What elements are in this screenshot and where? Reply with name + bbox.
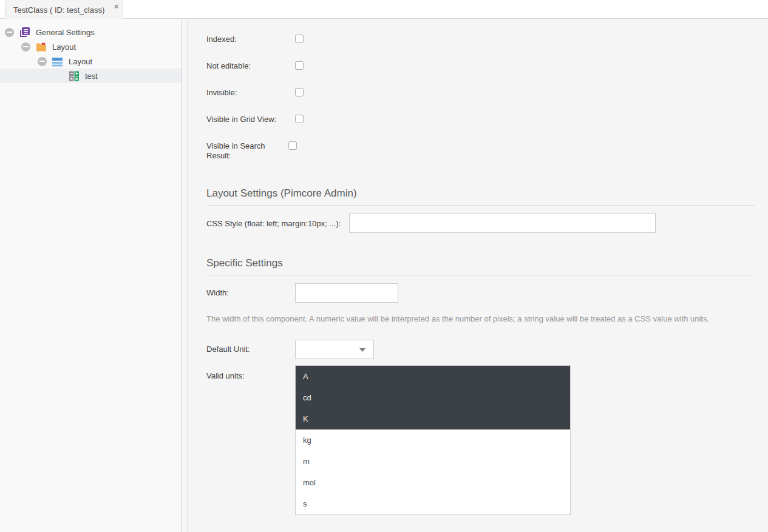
- visible-grid-checkbox[interactable]: [295, 115, 304, 123]
- valid-units-row: Valid units: A cd K kg m mol s: [206, 365, 755, 515]
- default-unit-select[interactable]: [295, 340, 374, 359]
- folder-icon: [36, 42, 47, 52]
- specific-settings-title: Specific Settings: [206, 257, 755, 269]
- tree-item-label: General Settings: [36, 28, 95, 37]
- unit-option-kg[interactable]: kg: [296, 429, 570, 451]
- css-style-input[interactable]: [349, 214, 656, 233]
- panel-splitter[interactable]: [182, 19, 188, 532]
- default-unit-label: Default Unit:: [206, 345, 295, 354]
- section-divider: [206, 275, 755, 275]
- invisible-row: Invisible:: [206, 88, 755, 98]
- not-editable-checkbox[interactable]: [295, 61, 304, 70]
- width-help-text: The width of this component. A numeric v…: [206, 314, 755, 323]
- tree-item-test[interactable]: test: [0, 69, 182, 83]
- layout-settings-title: Layout Settings (Pimcore Admin): [206, 187, 755, 200]
- visible-search-checkbox[interactable]: [288, 141, 297, 150]
- collapse-icon[interactable]: [5, 28, 14, 37]
- tree-item-layout-folder[interactable]: Layout: [0, 39, 182, 54]
- valid-units-list: A cd K kg m mol s: [295, 365, 571, 515]
- tab-close-icon[interactable]: ×: [114, 3, 119, 10]
- visible-search-label: Visible in Search Result:: [206, 141, 288, 161]
- chevron-down-icon: [359, 348, 365, 352]
- tree-item-label: Layout: [69, 57, 92, 66]
- class-icon: [19, 27, 30, 38]
- unit-option-m[interactable]: m: [296, 451, 570, 472]
- valid-units-label: Valid units:: [206, 365, 295, 381]
- invisible-label: Invisible:: [206, 88, 295, 98]
- not-editable-row: Not editable:: [206, 61, 755, 71]
- invisible-checkbox[interactable]: [295, 88, 304, 96]
- tree-item-label: Layout: [52, 42, 76, 52]
- width-row: Width:: [206, 283, 755, 303]
- field-settings-panel: Indexed: Not editable: Invisible: Visibl…: [188, 19, 768, 532]
- section-divider: [206, 205, 755, 206]
- unit-option-s[interactable]: s: [296, 493, 570, 514]
- layout-icon: [52, 56, 63, 67]
- class-structure-tree: General Settings Layout Layout: [0, 19, 182, 532]
- css-style-label: CSS Style (float: left; margin:10px; ...…: [206, 219, 349, 228]
- unit-option-k[interactable]: K: [296, 408, 570, 429]
- tab-testclass[interactable]: TestClass ( ID: test_class) ×: [5, 1, 123, 19]
- tab-bar: TestClass ( ID: test_class) ×: [0, 0, 768, 19]
- unit-option-mol[interactable]: mol: [296, 472, 570, 493]
- tree-item-layout[interactable]: Layout: [0, 54, 182, 69]
- width-input[interactable]: [295, 283, 398, 303]
- indexed-label: Indexed:: [206, 35, 295, 44]
- tree-item-label: test: [85, 72, 98, 81]
- not-editable-label: Not editable:: [206, 61, 295, 71]
- tree-item-general-settings[interactable]: General Settings: [0, 25, 182, 39]
- unit-option-a[interactable]: A: [296, 366, 570, 387]
- collapse-icon[interactable]: [38, 57, 47, 66]
- indexed-row: Indexed:: [206, 35, 755, 44]
- collapse-icon[interactable]: [21, 42, 30, 52]
- default-unit-row: Default Unit:: [206, 340, 755, 359]
- indexed-checkbox[interactable]: [295, 35, 304, 43]
- tab-title: TestClass ( ID: test_class): [13, 5, 104, 15]
- calculator-icon: [69, 71, 80, 81]
- visible-search-row: Visible in Search Result:: [206, 141, 755, 161]
- visible-grid-row: Visible in Grid View:: [206, 115, 755, 124]
- visible-grid-label: Visible in Grid View:: [206, 115, 295, 124]
- css-style-row: CSS Style (float: left; margin:10px; ...…: [206, 214, 755, 233]
- width-label: Width:: [206, 288, 295, 298]
- unit-option-cd[interactable]: cd: [296, 387, 570, 408]
